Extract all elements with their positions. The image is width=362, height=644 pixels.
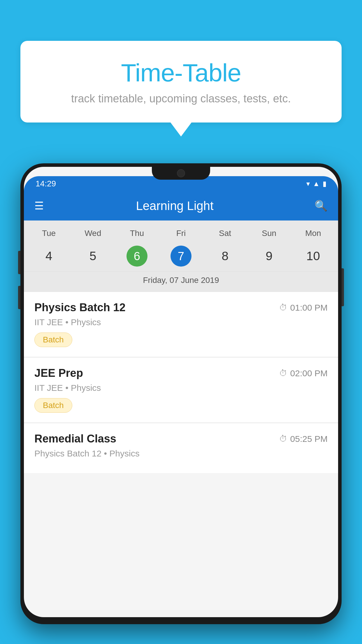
schedule-item-1[interactable]: Physics Batch 12 ⏱ 01:00 PM IIT JEE • Ph… [24,292,338,356]
schedule-item-1-subtitle: IIT JEE • Physics [34,317,328,327]
schedule-item-2-time: ⏱ 02:00 PM [279,368,328,378]
phone-frame: 14:29 ▾ ▲ ▮ ☰ Learning Light 🔍 Tue Wed T… [20,163,342,624]
schedule-item-3-title: Remedial Class [34,433,116,445]
schedule-item-2-subtitle: IIT JEE • Physics [34,383,328,393]
day-name-tue: Tue [27,226,71,240]
calendar-header: Tue Wed Thu Fri Sat Sun Mon 4 5 6 7 [24,220,338,292]
batch-badge-1: Batch [34,332,72,347]
power-button[interactable] [342,268,344,306]
hamburger-icon[interactable]: ☰ [34,200,44,212]
selected-date-label: Friday, 07 June 2019 [24,271,338,289]
clock-icon-1: ⏱ [279,303,287,312]
calendar-day-8[interactable]: 8 [203,242,247,270]
schedule-item-2-header: JEE Prep ⏱ 02:00 PM [34,367,328,379]
speech-bubble: Time-Table track timetable, upcoming cla… [20,41,342,123]
phone-wrapper: 14:29 ▾ ▲ ▮ ☰ Learning Light 🔍 Tue Wed T… [20,163,342,644]
day-name-thu: Thu [115,226,159,240]
day-name-sun: Sun [247,226,291,240]
schedule-item-3-subtitle: Physics Batch 12 • Physics [34,449,328,459]
speech-bubble-wrapper: Time-Table track timetable, upcoming cla… [20,41,342,136]
volume-down-button[interactable] [18,286,20,309]
schedule-item-2[interactable]: JEE Prep ⏱ 02:00 PM IIT JEE • Physics Ba… [24,358,338,422]
status-icons: ▾ ▲ ▮ [306,180,326,188]
app-bar: ☰ Learning Light 🔍 [24,191,338,220]
schedule-item-3[interactable]: Remedial Class ⏱ 05:25 PM Physics Batch … [24,423,338,473]
battery-icon: ▮ [323,180,326,188]
today-circle: 6 [126,246,147,267]
calendar-day-6[interactable]: 6 [115,242,159,270]
schedule-content: Physics Batch 12 ⏱ 01:00 PM IIT JEE • Ph… [24,292,338,474]
schedule-item-1-time: ⏱ 01:00 PM [279,303,328,313]
calendar-day-5[interactable]: 5 [71,242,115,270]
signal-icon: ▲ [313,180,320,188]
schedule-item-1-title: Physics Batch 12 [34,301,126,314]
schedule-item-1-header: Physics Batch 12 ⏱ 01:00 PM [34,301,328,314]
schedule-item-3-time: ⏱ 05:25 PM [279,434,328,444]
calendar-day-4[interactable]: 4 [27,242,71,270]
day-names-row: Tue Wed Thu Fri Sat Sun Mon [24,226,338,240]
schedule-item-2-title: JEE Prep [34,367,83,379]
calendar-day-7[interactable]: 7 [159,242,203,270]
clock-icon-2: ⏱ [279,368,287,378]
front-camera [177,169,185,177]
wifi-icon: ▾ [306,180,310,188]
phone-notch [152,167,210,180]
volume-up-button[interactable] [18,251,20,274]
search-icon[interactable]: 🔍 [314,200,328,212]
speech-bubble-title: Time-Table [44,58,318,87]
app-bar-title: Learning Light [52,199,297,213]
phone-screen: 14:29 ▾ ▲ ▮ ☰ Learning Light 🔍 Tue Wed T… [24,167,338,617]
status-time: 14:29 [36,179,56,188]
day-name-wed: Wed [71,226,115,240]
clock-icon-3: ⏱ [279,434,287,444]
speech-bubble-tail [171,123,191,136]
day-name-fri: Fri [159,226,203,240]
day-numbers-row: 4 5 6 7 8 9 10 [24,242,338,270]
batch-badge-2: Batch [34,398,72,413]
day-name-mon: Mon [291,226,335,240]
schedule-item-3-header: Remedial Class ⏱ 05:25 PM [34,433,328,445]
calendar-day-9[interactable]: 9 [247,242,291,270]
day-name-sat: Sat [203,226,247,240]
selected-circle: 7 [171,246,191,267]
speech-bubble-subtitle: track timetable, upcoming classes, tests… [44,92,318,105]
calendar-day-10[interactable]: 10 [291,242,335,270]
